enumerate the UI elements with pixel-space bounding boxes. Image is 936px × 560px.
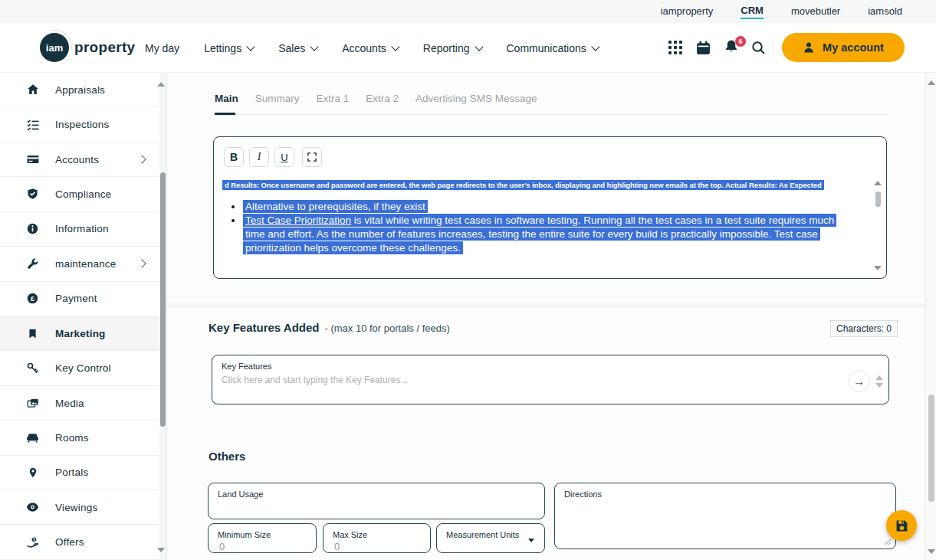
max-size-input[interactable] [333, 540, 412, 553]
top-link-crm[interactable]: CRM [741, 5, 764, 19]
key-icon [26, 362, 39, 374]
info-icon [26, 223, 39, 234]
directions-field[interactable]: Directions [554, 483, 896, 549]
section-divider [167, 303, 925, 308]
nav-item-my-day[interactable]: My day [145, 42, 179, 54]
nav-item-accounts[interactable]: Accounts [342, 42, 399, 54]
editor-bullet-1: Alternative to prerequisites, if they ex… [243, 200, 854, 214]
product-switcher-bar: iamproperty CRM movebutler iamsold [0, 0, 936, 23]
editor-content[interactable]: d Results: Once username and password ar… [222, 179, 854, 255]
apps-grid-icon[interactable] [668, 41, 684, 56]
save-button[interactable] [886, 510, 917, 541]
top-link-iamproperty[interactable]: iamproperty [661, 5, 714, 18]
bold-button[interactable]: B [224, 147, 244, 167]
sidebar-item-compliance[interactable]: Compliance [0, 177, 166, 211]
map-pin-icon [26, 467, 39, 479]
key-features-scroll-down-arrow[interactable] [875, 383, 883, 388]
sidebar-item-viewings[interactable]: Viewings [0, 490, 166, 525]
italic-button[interactable]: I [249, 147, 269, 167]
key-features-input[interactable] [220, 374, 821, 386]
editor-bullet-list: Alternative to prerequisites, if they ex… [222, 200, 854, 255]
editor-scroll-up-arrow[interactable] [874, 181, 882, 185]
pound-icon: £ [26, 293, 39, 304]
land-usage-label: Land Usage [218, 490, 263, 499]
tab-summary[interactable]: Summary [255, 93, 300, 104]
sidebar-item-information[interactable]: Information [0, 212, 166, 247]
my-account-button[interactable]: My account [782, 33, 905, 62]
credit-card-icon [26, 153, 39, 165]
sidebar-item-portals[interactable]: Portals [0, 456, 166, 490]
underline-button[interactable]: U [274, 147, 294, 167]
rich-text-editor: B I U d Results: Once username and passw… [213, 136, 887, 279]
page-scroll-down-arrow[interactable] [928, 549, 935, 554]
sidebar-item-key-control[interactable]: Key Control [0, 351, 166, 385]
chevron-down-icon [391, 42, 399, 51]
notifications-bell-icon[interactable]: 6 [724, 39, 742, 57]
resize-handle[interactable] [884, 538, 892, 545]
tab-extra-1[interactable]: Extra 1 [317, 93, 350, 104]
sidebar-item-maintenance[interactable]: maintenance [0, 247, 166, 281]
nav-item-reporting[interactable]: Reporting [423, 42, 482, 54]
sidebar-scroll-down-arrow[interactable] [157, 548, 165, 552]
marketing-tabs: Main Summary Extra 1 Extra 2 Advertising… [215, 93, 887, 115]
sidebar-item-rooms[interactable]: Rooms [0, 421, 166, 455]
arrow-right-icon[interactable]: → [848, 370, 870, 392]
editor-scrollbar-thumb[interactable] [875, 192, 881, 207]
minimum-size-field[interactable]: Minimum Size [208, 523, 317, 553]
minimum-size-input[interactable] [218, 540, 297, 553]
chevron-down-icon [310, 42, 319, 51]
top-link-iamsold[interactable]: iamsold [868, 5, 902, 18]
chevron-down-icon [247, 42, 255, 51]
sidebar-item-payment[interactable]: £ Payment [0, 282, 166, 316]
page-scrollbar-thumb[interactable] [928, 395, 934, 502]
key-features-field[interactable]: Key Features → [212, 355, 889, 404]
sofa-icon [26, 432, 39, 444]
house-icon [26, 84, 39, 96]
others-section-title: Others [209, 450, 245, 463]
main-navbar: iam property My day Lettings Sales Accou… [0, 23, 936, 73]
editor-scroll-down-arrow[interactable] [874, 266, 882, 270]
top-link-movebutler[interactable]: movebutler [791, 5, 840, 18]
characters-count-badge: Characters: 0 [830, 320, 898, 337]
svg-text:£: £ [31, 295, 34, 303]
wrench-icon [26, 258, 39, 270]
sidebar-item-appraisals[interactable]: Appraisals [0, 73, 166, 107]
sidebar-scroll-up-arrow[interactable] [157, 82, 165, 87]
editor-scrollbar [874, 181, 882, 270]
chevron-down-icon [475, 42, 483, 51]
measurement-units-field[interactable]: Measurement Units [436, 523, 545, 553]
sidebar-scrollbar-thumb[interactable] [160, 172, 166, 427]
iamproperty-logo[interactable]: iam property [40, 33, 135, 62]
key-features-header: Key Features Added - (max 10 for portals… [209, 321, 450, 334]
nav-item-sales[interactable]: Sales [278, 42, 317, 54]
key-features-scroll-up-arrow[interactable] [875, 375, 883, 380]
main-content: Main Summary Extra 1 Extra 2 Advertising… [167, 73, 925, 560]
expand-button[interactable] [302, 147, 322, 167]
sidebar-item-accounts[interactable]: Accounts [0, 142, 166, 177]
page-scroll-up-arrow[interactable] [928, 80, 935, 85]
search-icon[interactable] [751, 41, 767, 56]
calendar-icon[interactable] [696, 41, 711, 56]
minimum-size-label: Minimum Size [218, 530, 271, 539]
checklist-icon [26, 119, 39, 131]
dropdown-caret-icon[interactable] [528, 539, 534, 542]
sidebar-item-offers[interactable]: $ Offers [0, 525, 166, 559]
eye-icon [26, 502, 39, 513]
test-case-prioritization-link[interactable]: Test Case Prioritization [245, 215, 351, 226]
expand-icon [307, 152, 317, 162]
tab-advertising-sms-message[interactable]: Advertising SMS Message [415, 93, 537, 104]
land-usage-field[interactable]: Land Usage [208, 483, 545, 519]
nav-item-lettings[interactable]: Lettings [204, 42, 254, 54]
logo-circle: iam [40, 33, 69, 62]
max-size-field[interactable]: Max Size [323, 523, 431, 553]
tab-main[interactable]: Main [215, 93, 238, 104]
measurement-units-label: Measurement Units [446, 530, 519, 539]
sidebar-item-media[interactable]: Media [0, 386, 166, 421]
sidebar-item-marketing[interactable]: Marketing [0, 316, 166, 351]
page-scrollbar [925, 73, 936, 560]
tab-extra-2[interactable]: Extra 2 [366, 93, 399, 104]
max-size-label: Max Size [333, 530, 367, 539]
nav-item-communications[interactable]: Communications [507, 42, 599, 54]
key-features-title: Key Features Added [209, 321, 320, 334]
sidebar-item-inspections[interactable]: Inspections [0, 107, 166, 142]
